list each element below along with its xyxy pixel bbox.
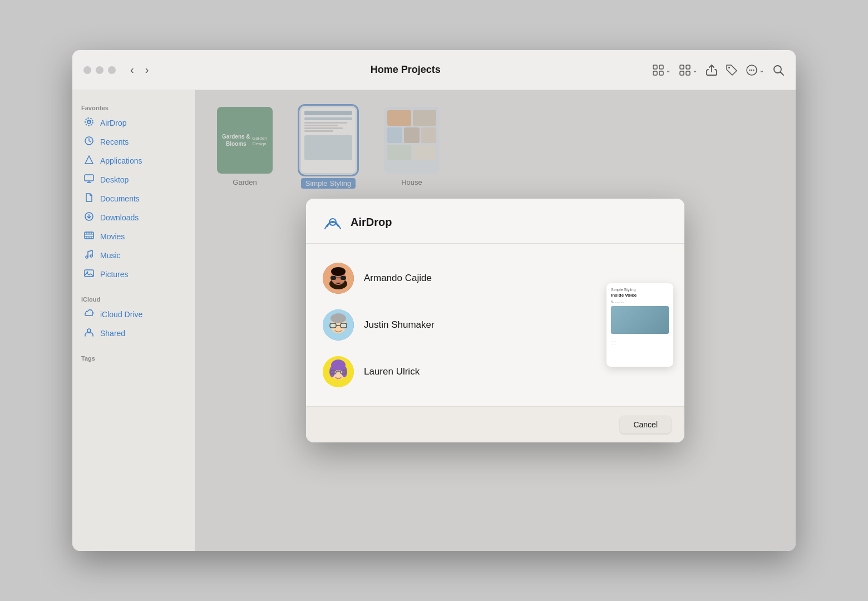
share-icon[interactable] bbox=[706, 64, 718, 76]
more-icon[interactable]: ⌄ bbox=[746, 64, 765, 76]
svg-rect-0 bbox=[653, 65, 657, 69]
svg-rect-7 bbox=[686, 71, 690, 75]
view-chevron-icon: ⌄ bbox=[665, 66, 671, 74]
preview-subtitle: Simple Styling bbox=[611, 288, 669, 292]
back-button[interactable]: ‹ bbox=[127, 62, 137, 77]
forward-button[interactable]: › bbox=[142, 62, 152, 77]
shared-icon bbox=[83, 327, 95, 339]
desktop-icon bbox=[83, 174, 95, 186]
svg-rect-5 bbox=[686, 65, 690, 69]
airdrop-label: AirDrop bbox=[100, 119, 126, 127]
sidebar-item-movies[interactable]: Movies bbox=[75, 227, 193, 246]
airdrop-sidebar-icon bbox=[83, 117, 95, 129]
sidebar-item-icloud-drive[interactable]: iCloud Drive bbox=[75, 305, 193, 324]
sidebar-item-applications[interactable]: Applications bbox=[75, 151, 193, 170]
pictures-icon bbox=[83, 268, 95, 280]
documents-icon bbox=[83, 193, 95, 205]
contact-item-justin[interactable]: Justin Shumaker bbox=[306, 302, 595, 348]
sidebar: Favorites AirDrop bbox=[72, 90, 195, 551]
contact-list: Armando Cajide bbox=[306, 255, 595, 395]
documents-label: Documents bbox=[100, 194, 140, 203]
contact-item-lauren[interactable]: Lauren Ulrick bbox=[306, 348, 595, 395]
cancel-button[interactable]: Cancel bbox=[620, 416, 671, 433]
shared-label: Shared bbox=[100, 329, 125, 338]
search-icon[interactable] bbox=[772, 64, 785, 76]
preview-area: Simple Styling Inside Voice N...........… bbox=[595, 255, 684, 395]
file-preview-card: Simple Styling Inside Voice N...........… bbox=[606, 283, 673, 367]
modal-body: Armando Cajide bbox=[306, 244, 684, 406]
close-button[interactable] bbox=[83, 66, 91, 74]
sidebar-item-airdrop[interactable]: AirDrop bbox=[75, 114, 193, 132]
file-area: Gardens & Blooms Garden Design Garden bbox=[195, 90, 796, 551]
svg-point-12 bbox=[753, 69, 754, 70]
more-chevron-icon: ⌄ bbox=[759, 66, 765, 74]
main-content: Favorites AirDrop bbox=[72, 90, 796, 551]
contact-name-justin: Justin Shumaker bbox=[364, 319, 435, 331]
svg-point-22 bbox=[90, 255, 92, 257]
preview-heading: Inside Voice bbox=[611, 293, 669, 298]
toolbar-right: ⌄ ⌄ bbox=[652, 64, 785, 76]
music-label: Music bbox=[100, 251, 121, 260]
tag-icon[interactable] bbox=[726, 64, 738, 76]
pictures-label: Pictures bbox=[100, 270, 129, 279]
contact-name-lauren: Lauren Ulrick bbox=[364, 366, 420, 377]
maximize-button[interactable] bbox=[108, 66, 116, 74]
finder-window: ‹ › Home Projects ⌄ bbox=[72, 50, 796, 551]
group-icon[interactable]: ⌄ bbox=[679, 64, 698, 76]
sidebar-item-pictures[interactable]: Pictures bbox=[75, 265, 193, 284]
sidebar-item-desktop[interactable]: Desktop bbox=[75, 170, 193, 189]
applications-label: Applications bbox=[100, 156, 142, 165]
traffic-lights bbox=[83, 66, 116, 74]
sidebar-item-music[interactable]: Music bbox=[75, 246, 193, 265]
modal-overlay: AirDrop bbox=[195, 90, 796, 551]
preview-image bbox=[611, 306, 669, 334]
airdrop-modal: AirDrop bbox=[306, 199, 684, 442]
svg-point-31 bbox=[331, 267, 346, 276]
recents-icon bbox=[83, 136, 95, 148]
avatar-lauren bbox=[323, 356, 354, 387]
avatar-justin bbox=[323, 309, 354, 341]
svg-point-37 bbox=[331, 313, 346, 323]
movies-label: Movies bbox=[100, 232, 125, 241]
sidebar-item-downloads[interactable]: Downloads bbox=[75, 208, 193, 227]
applications-icon bbox=[83, 155, 95, 167]
modal-header: AirDrop bbox=[306, 199, 684, 244]
icloud-section-label: iCloud bbox=[72, 290, 195, 305]
icloud-drive-icon bbox=[83, 308, 95, 321]
avatar-armando bbox=[323, 263, 354, 294]
svg-rect-2 bbox=[653, 71, 657, 75]
preview-bottom-text: ........................ bbox=[611, 336, 669, 346]
svg-point-16 bbox=[88, 121, 90, 122]
svg-rect-32 bbox=[331, 276, 336, 280]
svg-point-11 bbox=[751, 69, 752, 70]
favorites-section-label: Favorites bbox=[72, 99, 195, 114]
group-chevron-icon: ⌄ bbox=[692, 66, 698, 74]
recents-label: Recents bbox=[100, 137, 129, 146]
sidebar-item-shared[interactable]: Shared bbox=[75, 324, 193, 343]
nav-arrows: ‹ › bbox=[127, 62, 152, 77]
titlebar: ‹ › Home Projects ⌄ bbox=[72, 50, 796, 90]
window-title: Home Projects bbox=[159, 64, 652, 76]
sidebar-item-recents[interactable]: Recents bbox=[75, 132, 193, 151]
sidebar-item-documents[interactable]: Documents bbox=[75, 189, 193, 208]
svg-rect-4 bbox=[680, 65, 684, 69]
view-icon[interactable]: ⌄ bbox=[652, 64, 671, 76]
modal-footer: Cancel bbox=[306, 406, 684, 442]
music-icon bbox=[83, 249, 95, 262]
svg-point-10 bbox=[749, 69, 750, 70]
airdrop-modal-icon bbox=[323, 212, 343, 232]
preview-body-text: N............... bbox=[611, 300, 669, 304]
svg-rect-23 bbox=[85, 270, 93, 277]
svg-rect-18 bbox=[85, 175, 93, 181]
icloud-drive-label: iCloud Drive bbox=[100, 310, 142, 319]
modal-title: AirDrop bbox=[351, 216, 392, 229]
contact-item-armando[interactable]: Armando Cajide bbox=[306, 255, 595, 302]
minimize-button[interactable] bbox=[96, 66, 103, 74]
svg-rect-1 bbox=[659, 65, 663, 69]
svg-rect-41 bbox=[331, 324, 336, 327]
svg-rect-33 bbox=[341, 276, 346, 280]
svg-point-25 bbox=[87, 329, 91, 332]
svg-rect-6 bbox=[680, 71, 684, 75]
downloads-label: Downloads bbox=[100, 213, 139, 222]
downloads-icon bbox=[83, 211, 95, 224]
